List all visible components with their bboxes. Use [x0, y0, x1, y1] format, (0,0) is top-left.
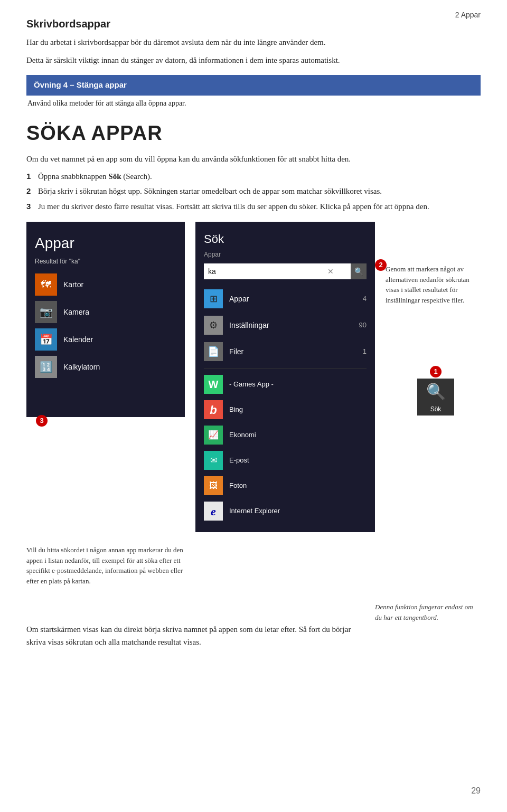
- step-1-num: 1: [26, 171, 38, 183]
- app-item-kalender: 📅 Kalender: [35, 328, 176, 351]
- appar-title: Appar: [35, 232, 176, 254]
- page-number: 2 Appar: [455, 10, 481, 21]
- step-badge-1: 1: [430, 366, 442, 377]
- bottom-italic-text: Denna funktion fungerar endast om du har…: [375, 602, 481, 622]
- footnote-text: Vill du hitta sökordet i någon annan app…: [26, 545, 185, 586]
- kalkylatorn-icon: 🔢: [35, 356, 57, 378]
- foton-label: Foton: [229, 480, 247, 491]
- step-badge-2: 2: [375, 259, 387, 271]
- sok-app-ekonomi[interactable]: 📈 Ekonomi: [195, 422, 375, 448]
- epost-label: E-post: [229, 455, 249, 466]
- kalender-glyph: 📅: [40, 332, 53, 347]
- bottom-main: Om startskärmen visas kan du direkt börj…: [26, 602, 359, 648]
- sok-cat-inst[interactable]: ⚙ Inställningar 90: [195, 312, 375, 338]
- section1-title: Skrivbordsappar: [26, 16, 481, 32]
- app-item-kamera: 📷 Kamera: [35, 301, 176, 323]
- ekonomi-label: Ekonomi: [229, 430, 256, 440]
- exercise-title: Övning 4 – Stänga appar: [34, 80, 127, 89]
- page: 2 Appar Skrivbordsappar Har du arbetat i…: [0, 0, 507, 812]
- steps-list: 1 Öppna snabbknappen Sök (Search). 2 Bör…: [26, 171, 481, 213]
- kamera-glyph: 📷: [40, 304, 53, 320]
- step-2-num: 2: [26, 185, 38, 197]
- ie-icon: e: [204, 502, 223, 521]
- sok-cat-filer-count: 1: [363, 346, 367, 357]
- step-3: 3 Ju mer du skriver desto färre resultat…: [26, 201, 481, 213]
- bottom-aside: Denna funktion fungerar endast om du har…: [375, 602, 481, 622]
- sok-cat-appar-label: Appar: [229, 294, 363, 305]
- sok-cat-inst-count: 90: [359, 320, 367, 331]
- search-glyph-icon: 🔍: [426, 380, 446, 403]
- sok-cat-filer[interactable]: 📄 Filer 1: [195, 338, 375, 365]
- exercise-sub: Använd olika metoder för att stänga alla…: [26, 98, 481, 109]
- games-label: - Games App -: [229, 379, 274, 390]
- search-tile-label: Sök: [430, 404, 442, 414]
- bottom-main-text: Om startskärmen visas kan du direkt börj…: [26, 623, 359, 648]
- bing-label: Bing: [229, 404, 243, 415]
- kalender-icon: 📅: [35, 328, 57, 351]
- side-note: Genom att markera något av alternativen …: [386, 222, 481, 305]
- screenshot-right: Sök Appar ✕ 🔍 2 ⊞ Appar 4: [195, 222, 375, 532]
- search-tile: 🔍 Sök: [417, 379, 454, 416]
- step-3-text: Ju mer du skriver desto färre resultat v…: [38, 201, 481, 213]
- kalkylatorn-label: Kalkylatorn: [63, 362, 100, 373]
- app-item-kalkylatorn: 🔢 Kalkylatorn: [35, 356, 176, 378]
- footnote-area: Vill du hitta sökordet i någon annan app…: [26, 545, 185, 586]
- resultat-label: Resultat för "ka": [35, 257, 176, 266]
- step-badge-3: 3: [36, 415, 48, 427]
- foton-icon: 🖼: [204, 476, 223, 495]
- exercise-box: Övning 4 – Stänga appar: [26, 75, 481, 96]
- screenshot-left: Appar Resultat för "ka" 🗺 Kartor 📷 Kamer…: [26, 222, 185, 417]
- section2-intro: Om du vet namnet på en app som du vill ö…: [26, 153, 481, 165]
- kartor-icon: 🗺: [35, 273, 57, 296]
- sok-appar-label: Appar: [195, 250, 375, 263]
- step-2: 2 Börja skriv i sökrutan högst upp. Sökn…: [26, 185, 481, 197]
- search-icon-tile-area: 1 🔍 Sök: [417, 366, 454, 416]
- kalkylatorn-glyph: 🔢: [40, 359, 53, 375]
- sok-search-button[interactable]: 🔍: [351, 263, 367, 279]
- kalender-label: Kalender: [63, 334, 93, 345]
- kartor-glyph: 🗺: [41, 277, 51, 292]
- sok-clear-icon[interactable]: ✕: [327, 266, 334, 277]
- sok-app-epost[interactable]: ✉ E-post: [195, 448, 375, 473]
- sok-app-foton[interactable]: 🖼 Foton: [195, 473, 375, 498]
- sok-divider: [204, 368, 367, 369]
- sok-search-area: ✕ 🔍 2: [204, 263, 367, 279]
- ekonomi-icon: 📈: [204, 426, 223, 445]
- app-item-kartor: 🗺 Kartor: [35, 273, 176, 296]
- sok-cat-appar-count: 4: [363, 294, 367, 304]
- section2-title: SÖKA APPAR: [26, 118, 481, 148]
- kamera-icon: 📷: [35, 301, 57, 323]
- games-icon: W: [204, 375, 223, 394]
- sok-app-games[interactable]: W - Games App -: [195, 372, 375, 397]
- sok-app-ie[interactable]: e Internet Explorer: [195, 498, 375, 524]
- screenshots-row: Appar Resultat för "ka" 🗺 Kartor 📷 Kamer…: [26, 222, 481, 532]
- sok-cat-filer-label: Filer: [229, 346, 363, 357]
- page-footer-number: 29: [471, 785, 481, 797]
- step-1: 1 Öppna snabbknappen Sök (Search).: [26, 171, 481, 183]
- step-3-num: 3: [26, 201, 38, 213]
- sok-cat-inst-label: Inställningar: [229, 320, 359, 331]
- sok-cat-appar-icon: ⊞: [204, 289, 223, 308]
- sok-cat-appar[interactable]: ⊞ Appar 4: [195, 286, 375, 312]
- kartor-label: Kartor: [63, 279, 83, 290]
- ie-label: Internet Explorer: [229, 506, 280, 516]
- sok-cat-filer-icon: 📄: [204, 342, 223, 361]
- bottom-row: Om startskärmen visas kan du direkt börj…: [26, 602, 481, 648]
- bing-icon: b: [204, 400, 223, 419]
- step-2-text: Börja skriv i sökrutan högst upp. Söknin…: [38, 185, 481, 197]
- step-1-text: Öppna snabbknappen Sök (Search).: [38, 171, 481, 183]
- kamera-label: Kamera: [63, 307, 89, 318]
- section1-para2: Detta är särskilt viktigt innan du stäng…: [26, 54, 481, 67]
- epost-icon: ✉: [204, 451, 223, 470]
- sok-app-bing[interactable]: b Bing: [195, 397, 375, 422]
- section1-para1: Har du arbetat i skrivbordsappar bör du …: [26, 36, 481, 49]
- sok-cat-inst-icon: ⚙: [204, 316, 223, 335]
- sok-header: Sök: [195, 230, 375, 250]
